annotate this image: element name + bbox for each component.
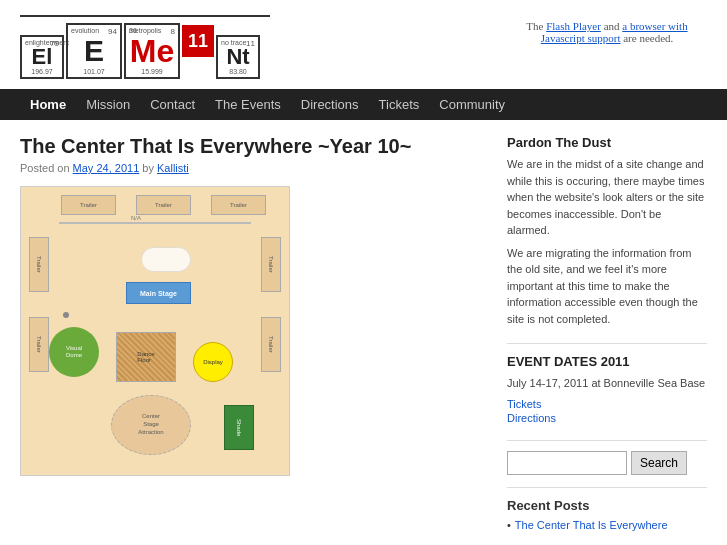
nav-directions[interactable]: Directions (291, 89, 369, 120)
main-content: The Center That Is Everywhere ~Year 10~ … (20, 135, 487, 545)
nav-contact[interactable]: Contact (140, 89, 205, 120)
search-button[interactable]: Search (631, 451, 687, 475)
nav-tickets[interactable]: Tickets (369, 89, 430, 120)
pardon-title: Pardon The Dust (507, 135, 707, 150)
green-rect: Shade (224, 405, 254, 450)
sidebar-divider3 (507, 487, 707, 488)
logo-line (20, 15, 270, 17)
logo-area: enlightenment 79 El 196.97 evolution 94 … (20, 15, 270, 79)
tile-e: evolution 94 E 101.07 (66, 23, 122, 79)
sidebar: Pardon The Dust We are in the midst of a… (507, 135, 707, 545)
nav-home[interactable]: Home (20, 89, 76, 120)
display-circle: Display (193, 342, 233, 382)
tile-nt: no trace 11 Nt 83.80 (216, 35, 260, 79)
recent-post-item: • The Center That Is Everywhere (507, 519, 707, 533)
main-stage: Main Stage (126, 282, 191, 304)
search-input[interactable] (507, 451, 627, 475)
number-badge: 11 (182, 25, 214, 57)
nav-mission[interactable]: Mission (76, 89, 140, 120)
sidebar-divider2 (507, 440, 707, 441)
post-date-link[interactable]: May 24, 2011 (73, 162, 140, 174)
event-dates-text: July 14-17, 2011 at Bonneville Sea Base (507, 375, 707, 392)
recent-post-link[interactable]: The Center That Is Everywhere (515, 519, 668, 531)
event-dates-title: EVENT DATES 2011 (507, 354, 707, 369)
sidebar-events-section: EVENT DATES 2011 July 14-17, 2011 at Bon… (507, 354, 707, 424)
trailer-right2: Trailer (261, 317, 281, 372)
post-meta: Posted on May 24, 2011 by Kallisti (20, 162, 487, 174)
pardon-text1: We are in the midst of a site change and… (507, 156, 707, 239)
logo-tiles: enlightenment 79 El 196.97 evolution 94 … (20, 23, 260, 79)
sidebar-pardon-section: Pardon The Dust We are in the midst of a… (507, 135, 707, 327)
road-label: N/A (131, 215, 141, 221)
small-dot (63, 312, 69, 318)
trailer-left1: Trailer (29, 237, 49, 292)
sidebar-divider1 (507, 343, 707, 344)
header: enlightenment 79 El 196.97 evolution 94 … (0, 0, 727, 89)
post-title: The Center That Is Everywhere ~Year 10~ (20, 135, 487, 158)
trailer-top1: Trailer (61, 195, 116, 215)
tickets-link[interactable]: Tickets (507, 398, 707, 410)
directions-link[interactable]: Directions (507, 412, 707, 424)
nav-the-events[interactable]: The Events (205, 89, 291, 120)
trailer-right1: Trailer (261, 237, 281, 292)
recent-posts-section: Recent Posts • The Center That Is Everyw… (507, 498, 707, 533)
content-wrapper: The Center That Is Everywhere ~Year 10~ … (0, 120, 727, 545)
recent-posts-title: Recent Posts (507, 498, 707, 513)
pardon-text2: We are migrating the information from th… (507, 245, 707, 328)
tile-el: enlightenment 79 El 196.97 (20, 35, 64, 79)
nav-community[interactable]: Community (429, 89, 515, 120)
search-box: Search (507, 451, 707, 475)
road (59, 222, 251, 224)
visual-dome: VisualDome (49, 327, 99, 377)
map-container: N/A Trailer Trailer Trailer Trailer Trai… (20, 186, 290, 476)
cloud (141, 247, 191, 272)
flash-notice-text: The (526, 20, 546, 32)
trailer-top2: Trailer (136, 195, 191, 215)
header-right: The Flash Player and a browser with Java… (507, 15, 707, 44)
flash-player-link[interactable]: Flash Player (546, 20, 601, 32)
trailer-left2: Trailer (29, 317, 49, 372)
post-author-link[interactable]: Kallisti (157, 162, 189, 174)
navbar: Home Mission Contact The Events Directio… (0, 89, 727, 120)
center-attraction: CenterStageAttraction (111, 395, 191, 455)
tile-me: metropolis 8 Me 15.999 36 (124, 23, 180, 79)
dance-floor: DanceFloor (116, 332, 176, 382)
trailer-top3: Trailer (211, 195, 266, 215)
